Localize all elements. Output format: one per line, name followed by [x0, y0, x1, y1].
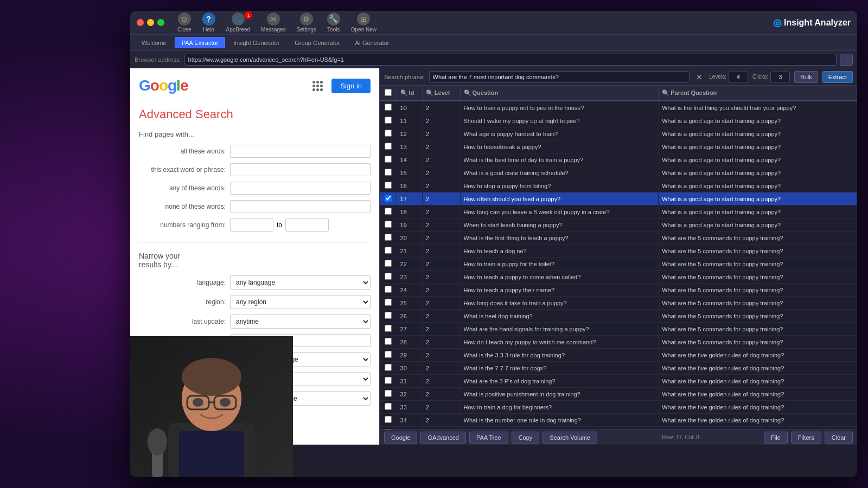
- row-checkbox[interactable]: [385, 364, 392, 371]
- search-phrase-input[interactable]: [429, 71, 690, 83]
- tab-welcome[interactable]: Welcome: [135, 37, 174, 48]
- row-checkbox[interactable]: [385, 182, 392, 189]
- select-region[interactable]: any region: [230, 295, 371, 309]
- nav-messages[interactable]: ✉ Messages: [261, 12, 286, 33]
- row-checkbox[interactable]: [385, 156, 392, 163]
- row-checkbox[interactable]: [385, 416, 392, 423]
- minimize-window-button[interactable]: [147, 19, 154, 26]
- table-row[interactable]: 16 2 How to stop a puppy from biting? Wh…: [380, 179, 857, 192]
- number-to-input[interactable]: [285, 219, 329, 232]
- maximize-window-button[interactable]: [157, 19, 164, 26]
- row-checkbox[interactable]: [385, 221, 392, 228]
- table-row[interactable]: 10 2 How to train a puppy not to pee in …: [380, 101, 857, 114]
- row-checkbox[interactable]: [385, 104, 392, 111]
- select-language[interactable]: any language: [230, 275, 371, 290]
- input-exact-phrase[interactable]: [230, 163, 371, 176]
- paa-tree-button[interactable]: PAA Tree: [469, 432, 508, 444]
- row-checkbox[interactable]: [385, 286, 392, 293]
- nav-close[interactable]: ⊙ Close: [177, 12, 192, 33]
- table-row[interactable]: 30 2 What is the 7 7 7 rule for dogs? Wh…: [380, 362, 857, 375]
- tab-group-generator[interactable]: Group Generator: [288, 37, 347, 48]
- table-row[interactable]: 22 2 How to train a puppy for the toilet…: [380, 258, 857, 271]
- row-checkbox[interactable]: [385, 390, 392, 397]
- extract-button[interactable]: Extract: [822, 71, 853, 83]
- table-row[interactable]: 24 2 How to teach a puppy their name? Wh…: [380, 284, 857, 297]
- clicks-input[interactable]: [770, 72, 790, 82]
- table-row[interactable]: 32 2 What is positive punishment in dog …: [380, 388, 857, 401]
- row-checkbox[interactable]: [385, 117, 392, 124]
- th-level[interactable]: 🔍Level: [422, 86, 460, 101]
- table-row[interactable]: 23 2 How to teach a puppy to come when c…: [380, 271, 857, 284]
- nav-appbreed[interactable]: 🐾 1 AppBreed: [226, 12, 250, 33]
- input-none-words[interactable]: [230, 200, 371, 213]
- nav-settings[interactable]: ⚙ Settings: [297, 12, 316, 33]
- filters-button[interactable]: Filters: [791, 432, 821, 444]
- row-checkbox[interactable]: [385, 338, 392, 345]
- address-more-button[interactable]: ...: [840, 54, 853, 66]
- row-checkbox[interactable]: [385, 208, 392, 215]
- tab-paa-extractor[interactable]: PAA Extractor: [175, 37, 226, 48]
- row-checkbox[interactable]: [385, 195, 392, 202]
- row-checkbox[interactable]: [385, 143, 392, 150]
- table-row[interactable]: 27 2 What are the hand signals for train…: [380, 323, 857, 336]
- file-button[interactable]: File: [764, 432, 788, 444]
- tab-insight-generator[interactable]: Insight Generator: [226, 37, 286, 48]
- select-all-checkbox[interactable]: [385, 89, 392, 96]
- row-checkbox[interactable]: [385, 299, 392, 306]
- copy-button[interactable]: Copy: [512, 432, 540, 444]
- google-apps-button[interactable]: [310, 78, 325, 93]
- data-table-container[interactable]: 🔍Id 🔍Level 🔍Question 🔍Parent Question 10…: [380, 86, 857, 429]
- row-checkbox[interactable]: [385, 403, 392, 410]
- gadvanced-button[interactable]: GAdvanced: [420, 432, 465, 444]
- table-row[interactable]: 29 2 What is the 3 3 3 rule for dog trai…: [380, 349, 857, 362]
- row-checkbox[interactable]: [385, 312, 392, 319]
- th-id[interactable]: 🔍Id: [397, 86, 422, 101]
- input-any-words[interactable]: [230, 182, 371, 195]
- table-row[interactable]: 28 2 How do I teach my puppy to watch me…: [380, 336, 857, 349]
- sign-in-button[interactable]: Sign in: [331, 79, 371, 93]
- th-question[interactable]: 🔍Question: [460, 86, 659, 101]
- levels-input[interactable]: [729, 72, 748, 82]
- google-button[interactable]: Google: [384, 432, 417, 444]
- table-row[interactable]: 18 2 How long can you leave a 8 week old…: [380, 206, 857, 219]
- number-from-input[interactable]: [230, 219, 273, 232]
- nav-help[interactable]: ? Help: [202, 12, 215, 33]
- table-row[interactable]: 14 2 What is the best time of day to tra…: [380, 153, 857, 166]
- table-row[interactable]: 31 2 What are the 3 P's of dog training?…: [380, 375, 857, 388]
- row-checkbox-cell: [380, 153, 397, 166]
- row-checkbox[interactable]: [385, 377, 392, 384]
- row-checkbox[interactable]: [385, 260, 392, 267]
- table-row[interactable]: 15 2 What is a good crate training sched…: [380, 166, 857, 179]
- table-row[interactable]: 34 2 What is the number one rule in dog …: [380, 414, 857, 427]
- table-row[interactable]: 19 2 When to start leash training a pupp…: [380, 219, 857, 232]
- row-checkbox[interactable]: [385, 130, 392, 137]
- row-checkbox[interactable]: [385, 247, 392, 254]
- row-checkbox[interactable]: [385, 351, 392, 358]
- search-volume-button[interactable]: Search Volume: [542, 432, 597, 444]
- th-parent-question[interactable]: 🔍Parent Question: [659, 86, 857, 101]
- table-row[interactable]: 11 2 Should I wake my puppy up at night …: [380, 114, 857, 127]
- row-checkbox[interactable]: [385, 273, 392, 280]
- table-row[interactable]: 21 2 How to teach a dog no? What are the…: [380, 245, 857, 258]
- table-row[interactable]: 13 2 How to housebreak a puppy? What is …: [380, 140, 857, 153]
- table-row[interactable]: 26 2 What is heel dog training? What are…: [380, 310, 857, 323]
- table-row[interactable]: 20 2 What is the first thing to teach a …: [380, 232, 857, 245]
- close-window-button[interactable]: [137, 19, 144, 26]
- nav-tools[interactable]: 🔧 Tools: [327, 12, 340, 33]
- row-checkbox[interactable]: [385, 325, 392, 332]
- table-row[interactable]: 12 2 What age is puppy hardest to train?…: [380, 127, 857, 140]
- table-row[interactable]: 25 2 How long does it take to train a pu…: [380, 297, 857, 310]
- address-input[interactable]: [184, 54, 837, 66]
- input-all-words[interactable]: [230, 145, 371, 158]
- clear-button[interactable]: Clear: [825, 432, 853, 444]
- search-phrase-clear-button[interactable]: ✕: [694, 73, 705, 81]
- select-update[interactable]: anytime: [230, 314, 371, 329]
- row-checkbox[interactable]: [385, 169, 392, 176]
- table-row[interactable]: 33 2 How to train a dog for beginners? W…: [380, 401, 857, 414]
- tab-ai-generator[interactable]: AI Generator: [348, 37, 396, 48]
- table-row[interactable]: 17 2 How often should you feed a puppy? …: [380, 192, 857, 206]
- nav-open-new[interactable]: ⊞ Open New: [351, 12, 376, 33]
- google-header: Google Sign in: [130, 68, 379, 103]
- row-checkbox[interactable]: [385, 234, 392, 241]
- bulk-button[interactable]: Bulk: [794, 71, 818, 83]
